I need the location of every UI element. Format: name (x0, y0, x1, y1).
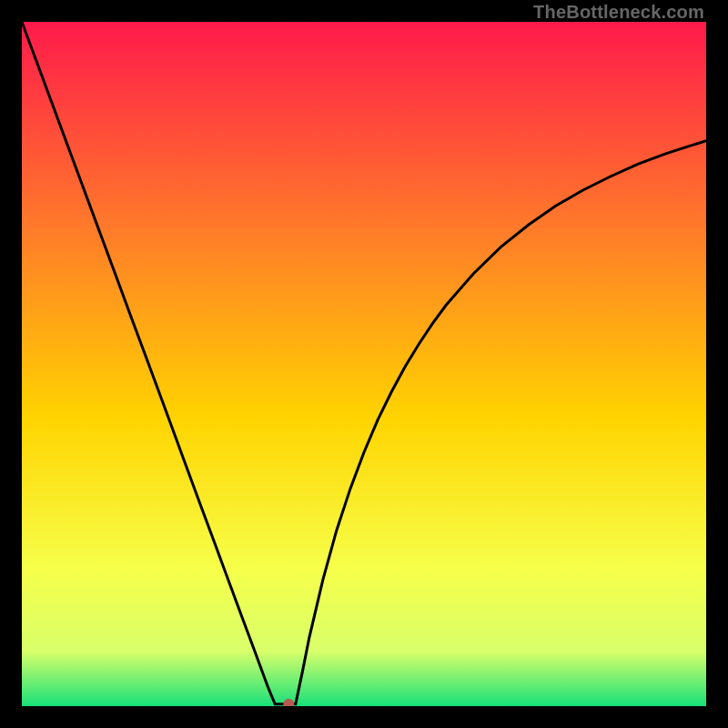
chart-frame: TheBottleneck.com (0, 0, 728, 728)
bottleneck-curve (22, 22, 706, 706)
plot-area (22, 22, 706, 706)
watermark-text: TheBottleneck.com (533, 2, 704, 23)
minimum-marker (283, 699, 294, 706)
curve-line (22, 22, 706, 704)
